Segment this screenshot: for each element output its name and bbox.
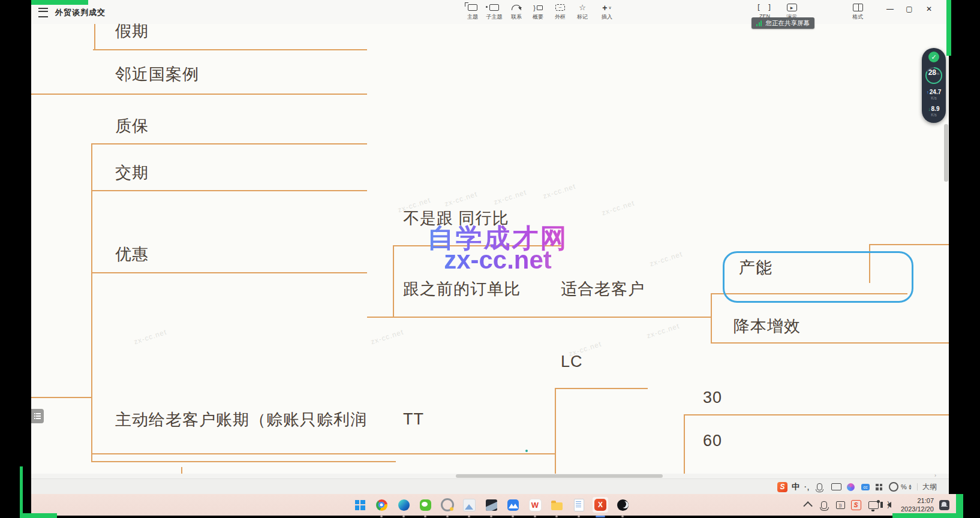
tray-expand-chevron[interactable] bbox=[804, 499, 813, 511]
insert-icon: +∨ bbox=[595, 2, 619, 13]
marker-icon: ☆ bbox=[572, 2, 593, 13]
share-border-left-bottom bbox=[20, 466, 23, 518]
dark-mode-app-icon[interactable] bbox=[615, 497, 630, 513]
maximize-button[interactable]: ▢ bbox=[903, 4, 916, 14]
tray-sogou-icon[interactable]: S bbox=[850, 499, 861, 511]
ime-keyboard-icon[interactable] bbox=[831, 481, 841, 492]
share-border-bottom-left bbox=[20, 513, 57, 518]
wps-icon[interactable]: W bbox=[527, 497, 543, 513]
topic-credit-terms[interactable]: 主动给老客户账期（赊账只赊利润 bbox=[115, 409, 367, 430]
ime-skin-icon[interactable] bbox=[847, 481, 855, 492]
toolbar-subtopic-button[interactable]: 子主题 bbox=[484, 2, 504, 21]
connector-line bbox=[711, 342, 949, 344]
connector-line bbox=[181, 467, 182, 474]
topic-30[interactable]: 30 bbox=[703, 389, 722, 407]
topic-fit-old-customers[interactable]: 适合老客户 bbox=[561, 278, 645, 300]
horizontal-scrollbar[interactable]: › bbox=[31, 474, 949, 478]
ime-settings-icon[interactable] bbox=[889, 481, 898, 492]
toolbar-zen-button[interactable]: [ ] ZEN bbox=[754, 2, 775, 19]
horizontal-scrollbar-thumb[interactable] bbox=[456, 474, 663, 478]
selection-box bbox=[723, 251, 913, 303]
tray-date: 2023/12/20 bbox=[892, 505, 934, 513]
tray-notification-icon[interactable] bbox=[938, 499, 950, 511]
connector-line bbox=[91, 143, 367, 144]
connector-line bbox=[91, 143, 92, 462]
canvas-dot bbox=[525, 450, 528, 452]
topic-discount[interactable]: 优惠 bbox=[115, 243, 149, 265]
toolbar-insert-button[interactable]: +∨ 插入 bbox=[595, 2, 619, 21]
toolbar-summary-button[interactable]: } 概要 bbox=[528, 2, 548, 21]
topic-compare-previous-order[interactable]: 跟之前的订单比 bbox=[403, 278, 521, 300]
outline-view-button[interactable]: 大纲 bbox=[922, 481, 937, 492]
notepad-icon[interactable] bbox=[571, 497, 587, 513]
vertical-scrollbar-thumb[interactable] bbox=[944, 124, 948, 182]
download-speed: ↓8.9 K/s bbox=[928, 105, 940, 118]
toolbar-topic-button[interactable]: 主题 bbox=[462, 2, 483, 21]
topic-lc[interactable]: LC bbox=[561, 353, 583, 371]
ime-translate-icon[interactable]: cc bbox=[861, 481, 870, 492]
tray-audio-device-icon[interactable]: )) bbox=[835, 499, 846, 511]
blue-app-icon[interactable] bbox=[505, 497, 521, 513]
connector-line bbox=[93, 49, 367, 50]
connector-line bbox=[94, 24, 95, 49]
watermark-tile: zx-cc.net bbox=[369, 328, 405, 347]
signal-bars-icon bbox=[756, 20, 763, 26]
tray-display-icon[interactable] bbox=[867, 499, 879, 511]
topic-warranty[interactable]: 质保 bbox=[115, 115, 149, 137]
topic-delivery[interactable]: 交期 bbox=[115, 162, 149, 183]
net-monitor-widget[interactable]: ✓ 28% ↑24.7 K/s ↓8.9 K/s bbox=[922, 48, 946, 123]
tray-mic-icon[interactable] bbox=[819, 499, 829, 511]
image-viewer-icon[interactable] bbox=[483, 497, 499, 513]
xmind-icon-active[interactable]: X bbox=[593, 497, 608, 513]
toolbar-marker-button[interactable]: ☆ 标记 bbox=[572, 2, 593, 21]
minimize-button[interactable]: — bbox=[883, 4, 897, 14]
ime-mode-toggle[interactable]: 中 bbox=[792, 481, 799, 492]
topic-cost-reduction[interactable]: 降本增效 bbox=[734, 315, 801, 337]
relationship-icon bbox=[506, 2, 527, 13]
connector-line bbox=[91, 190, 367, 191]
toolbar-relationship-button[interactable]: 联系 bbox=[506, 2, 527, 21]
ime-punctuation-toggle[interactable]: ·, bbox=[804, 481, 810, 492]
zoom-percent-label: % bbox=[901, 481, 907, 492]
recorder-icon[interactable] bbox=[440, 497, 455, 513]
close-button[interactable]: ✕ bbox=[922, 4, 936, 14]
scroll-right-arrow[interactable]: › bbox=[934, 472, 936, 478]
subtopic-icon bbox=[484, 2, 504, 13]
chrome-icon[interactable] bbox=[374, 497, 389, 513]
ime-mic-icon[interactable] bbox=[817, 481, 822, 492]
connector-line bbox=[31, 397, 91, 398]
tray-clock[interactable]: 21:07 2023/12/20 bbox=[892, 496, 934, 513]
topic-holiday[interactable]: 假期 bbox=[115, 20, 149, 42]
watermark-tile: zx-cc.net bbox=[492, 188, 528, 207]
mindmap-canvas[interactable]: zx-cc.net zx-cc.net zx-cc.net zx-cc.net … bbox=[31, 24, 949, 474]
zoom-stepper[interactable]: ▲▼ bbox=[908, 481, 912, 492]
watermark-tile: zx-cc.net bbox=[133, 328, 168, 347]
zen-mode-icon: [ ] bbox=[754, 2, 775, 13]
topic-tt[interactable]: TT bbox=[403, 410, 424, 429]
ime-toolbox-icon[interactable] bbox=[876, 481, 882, 492]
watermark-tile: zx-cc.net bbox=[645, 322, 681, 341]
file-explorer-icon[interactable] bbox=[549, 497, 564, 513]
photos-icon[interactable] bbox=[461, 497, 477, 513]
topic-60[interactable]: 60 bbox=[703, 432, 722, 450]
memory-ring: 28% bbox=[925, 67, 942, 84]
toolbar-format-button[interactable]: 格式 bbox=[847, 2, 868, 21]
present-icon: ▶ bbox=[781, 2, 802, 13]
watermark-tile: zx-cc.net bbox=[600, 199, 636, 218]
connector-line bbox=[684, 414, 949, 415]
screen: 外贸谈判成交 主题 子主题 联系 } 概要 – 外框 ☆ bbox=[0, 0, 980, 518]
start-button[interactable] bbox=[352, 497, 368, 513]
watermark-tile: zx-cc.net bbox=[542, 182, 577, 201]
toolbar-boundary-button[interactable]: – 外框 bbox=[550, 2, 570, 21]
windows-taskbar: W X )) S 21:07 2023/12/20 bbox=[31, 494, 956, 516]
wechat-icon[interactable] bbox=[417, 497, 433, 513]
mouse-cursor bbox=[757, 264, 766, 276]
topic-neighbor-case[interactable]: 邻近国案例 bbox=[115, 64, 199, 85]
edge-icon[interactable] bbox=[396, 497, 411, 513]
sogou-ime-icon[interactable]: S bbox=[777, 481, 787, 492]
screen-sharing-text: 您正在共享屏幕 bbox=[766, 19, 810, 28]
app-statusbar: S 中 ·, cc % ▲▼ 大纲 bbox=[31, 478, 949, 495]
menu-icon[interactable] bbox=[38, 8, 48, 17]
outline-panel-tab[interactable] bbox=[31, 409, 44, 423]
boundary-icon: – bbox=[550, 2, 570, 13]
